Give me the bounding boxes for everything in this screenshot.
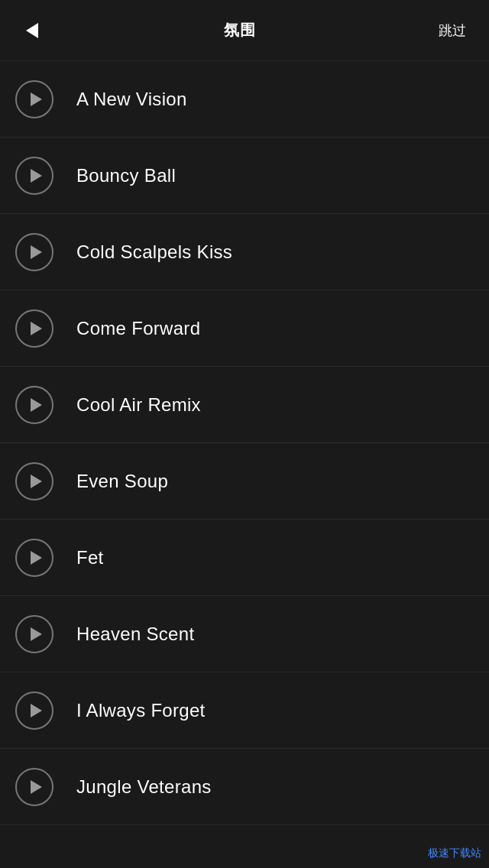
- play-triangle-icon: [31, 704, 42, 717]
- track-item[interactable]: Bouncy Ball: [0, 138, 489, 214]
- track-name: Fet: [76, 547, 104, 568]
- track-item[interactable]: Cool Air Remix: [0, 367, 489, 443]
- play-icon[interactable]: [15, 233, 53, 271]
- track-item[interactable]: A New Vision: [0, 61, 489, 138]
- play-triangle-icon: [31, 169, 42, 183]
- skip-button[interactable]: 跳过: [431, 14, 474, 47]
- play-triangle-icon: [31, 474, 42, 488]
- page-title: 氛围: [224, 20, 256, 40]
- track-item[interactable]: Fet: [0, 520, 489, 596]
- play-triangle-icon: [31, 245, 42, 259]
- play-triangle-icon: [31, 322, 42, 335]
- play-icon[interactable]: [15, 539, 53, 577]
- track-name: Cool Air Remix: [76, 394, 201, 416]
- track-name: Heaven Scent: [76, 623, 194, 645]
- track-item[interactable]: Jungle Veterans: [0, 749, 489, 825]
- back-button[interactable]: [15, 14, 49, 47]
- play-icon[interactable]: [15, 157, 53, 195]
- track-item[interactable]: Cold Scalpels Kiss: [0, 214, 489, 290]
- play-triangle-icon: [31, 780, 42, 794]
- track-name: Cold Scalpels Kiss: [76, 241, 232, 263]
- play-icon[interactable]: [15, 386, 53, 424]
- track-item[interactable]: I Always Forget: [0, 672, 489, 749]
- track-name: Even Soup: [76, 471, 168, 492]
- track-item[interactable]: Even Soup: [0, 443, 489, 520]
- play-triangle-icon: [31, 398, 42, 412]
- play-icon[interactable]: [15, 691, 53, 730]
- play-triangle-icon: [31, 627, 42, 641]
- play-triangle-icon: [31, 92, 42, 106]
- play-icon[interactable]: [15, 80, 53, 118]
- play-triangle-icon: [31, 551, 42, 565]
- track-item[interactable]: Heaven Scent: [0, 596, 489, 672]
- track-item[interactable]: Come Forward: [0, 290, 489, 367]
- play-icon[interactable]: [15, 309, 53, 348]
- play-icon[interactable]: [15, 768, 53, 806]
- track-name: Come Forward: [76, 318, 200, 339]
- watermark: 极速下载站: [428, 847, 481, 860]
- track-name: Jungle Veterans: [76, 776, 212, 798]
- app-header: 氛围 跳过: [0, 0, 489, 61]
- track-name: Bouncy Ball: [76, 165, 176, 186]
- track-name: A New Vision: [76, 89, 187, 110]
- track-name: I Always Forget: [76, 700, 206, 721]
- play-icon[interactable]: [15, 615, 53, 653]
- track-list: A New VisionBouncy BallCold Scalpels Kis…: [0, 61, 489, 825]
- back-arrow-icon: [26, 23, 38, 38]
- play-icon[interactable]: [15, 462, 53, 500]
